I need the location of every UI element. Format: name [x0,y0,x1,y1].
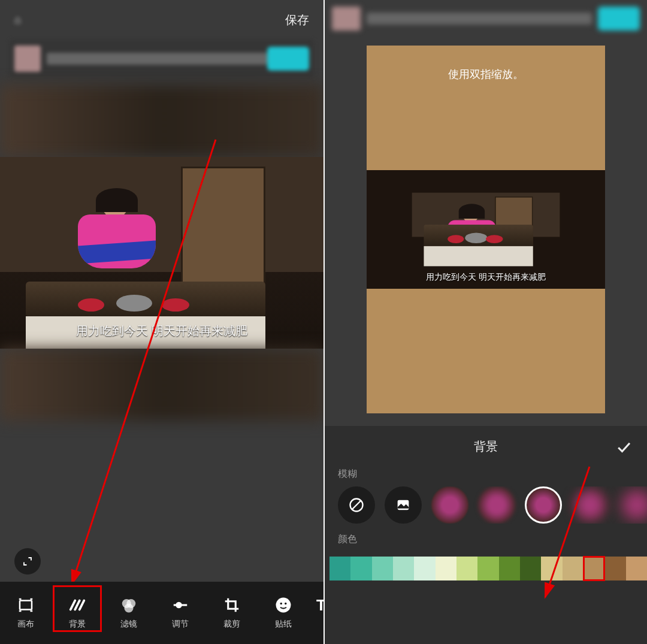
home-icon[interactable]: ⌂ [14,14,21,26]
ad-banner-right[interactable] [325,0,647,37]
confirm-button[interactable] [613,437,634,457]
color-swatch[interactable] [436,557,456,580]
svg-point-5 [177,603,182,607]
photo-preview-right[interactable]: 用力吃到今天 明天开始再来减肥 [367,170,605,289]
color-swatch[interactable] [329,557,350,580]
ad-banner-left[interactable] [10,40,314,78]
photo-subtitle: 用力吃到今天 明天开始再来减肥 [0,323,324,339]
color-swatch[interactable] [456,557,477,580]
color-swatch[interactable] [626,557,647,580]
color-swatch[interactable] [541,557,562,580]
blur-option-b4[interactable] [572,486,609,524]
blur-option-b2[interactable] [478,486,515,524]
tool-crop[interactable]: 裁剪 [206,596,258,630]
blur-section-label: 模糊 [325,458,647,486]
svg-rect-1 [20,601,32,610]
bottom-toolbar: 画布背景滤镜调节裁剪贴纸T文 [0,582,324,644]
tool-canvas[interactable]: 画布 [0,596,52,630]
tool-label: 贴纸 [275,619,292,630]
tool-label: 画布 [17,619,34,630]
tool-bg[interactable]: 背景 [52,596,103,630]
tool-label: 调节 [172,619,189,630]
color-swatch[interactable] [604,557,625,580]
svg-point-7 [280,603,283,605]
left-pane: ⌂ 保存 用力吃到今天 明天开始再来减肥 [0,0,325,644]
save-button[interactable]: 保存 [285,12,309,28]
svg-point-8 [285,603,287,605]
svg-point-4 [125,604,134,613]
blur-option-b1[interactable] [431,486,468,524]
color-swatch[interactable] [350,557,371,580]
photo-preview[interactable]: 用力吃到今天 明天开始再来减肥 [0,157,324,349]
color-swatch[interactable] [372,557,393,580]
panel-title: 背景 [474,439,498,455]
tool-label: 裁剪 [223,619,240,630]
canvas-stage[interactable]: 使用双指缩放。 用力吃到今天 明天开始再来减肥 [367,46,605,413]
color-swatch[interactable] [393,557,414,580]
tool-sticker[interactable]: 贴纸 [258,596,309,630]
blur-options-row [325,486,647,524]
tool-filter[interactable]: 滤镜 [103,596,155,630]
color-swatch[interactable] [520,557,541,580]
color-swatch[interactable] [477,557,498,580]
color-section-label: 颜色 [325,524,647,552]
color-swatch[interactable] [583,557,604,580]
blur-option-gallery[interactable] [385,486,422,524]
color-swatch-row [325,557,647,580]
canvas-area[interactable]: 用力吃到今天 明天开始再来减肥 [0,85,324,421]
blur-option-none[interactable] [338,486,375,524]
tool-label: 滤镜 [120,619,137,630]
color-swatch[interactable] [499,557,520,580]
right-pane: 使用双指缩放。 用力吃到今天 明天开始再来减肥 背景 [325,0,647,644]
pinch-hint: 使用双指缩放。 [367,67,605,81]
blur-option-b3[interactable] [525,486,562,524]
blur-option-b5[interactable] [618,486,647,524]
tool-label: 背景 [69,619,86,630]
background-panel: 背景 模糊 颜色 [325,426,647,644]
color-swatch[interactable] [414,557,435,580]
expand-button[interactable] [14,548,41,575]
tool-text[interactable]: T文 [309,596,325,630]
photo-subtitle-right: 用力吃到今天 明天开始再来减肥 [367,272,605,283]
svg-point-6 [276,598,291,613]
tool-adjust[interactable]: 调节 [155,596,206,630]
color-swatch[interactable] [563,557,583,580]
